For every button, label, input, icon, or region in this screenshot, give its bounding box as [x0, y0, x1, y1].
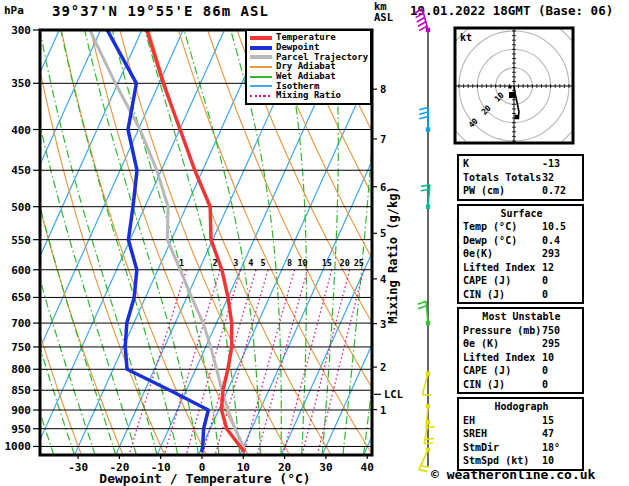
mixing-ratio-axis-title: Mixing Ratio (g/kg) [386, 186, 400, 323]
pressure-tick-label: 450 [11, 164, 31, 177]
lcl-label: LCL [384, 388, 403, 400]
pressure-tick-label: 800 [11, 363, 31, 376]
pressure-tick-label: 600 [11, 264, 31, 277]
stat-value: 10 [542, 351, 580, 365]
stats-panels: K-13Totals Totals32PW (cm)0.72SurfaceTem… [457, 154, 584, 474]
stat-value: 12 [542, 261, 580, 275]
stat-row: CIN (J)0 [463, 378, 580, 392]
stat-label: CAPE (J) [463, 274, 542, 288]
wet-adiabat-line [85, 30, 199, 455]
stat-value: 0.4 [542, 234, 580, 248]
stat-value: 0 [542, 288, 580, 302]
wind-barb [422, 371, 431, 394]
legend-label: Dry Adiabat [276, 62, 336, 71]
wind-barb [424, 420, 434, 444]
hodograph-marker [515, 115, 520, 120]
stat-value: 293 [542, 247, 580, 261]
stat-label: Dewp (°C) [463, 234, 542, 248]
stat-row: Totals Totals32 [463, 171, 580, 185]
legend-swatch-mixing-ratio [250, 95, 272, 97]
stat-value: 15 [542, 414, 580, 428]
stat-row: StmDir18° [463, 441, 580, 455]
legend-swatch-isotherm [250, 85, 272, 87]
stat-value: 10.5 [542, 220, 580, 234]
legend-label: Mixing Ratio [276, 91, 341, 100]
stat-label: StmSpd (kt) [463, 454, 542, 468]
mixing-ratio-value-label: 20 [340, 258, 350, 268]
wind-barb [419, 108, 430, 132]
stat-label: CIN (J) [463, 288, 542, 302]
stat-label: K [463, 157, 542, 171]
stat-label: Totals Totals [463, 171, 542, 185]
stat-row: Lifted Index12 [463, 261, 580, 275]
mixing-ratio-value-label: 10 [297, 258, 307, 268]
stat-row: StmSpd (kt)10 [463, 454, 580, 468]
dry-adiabat-line [618, 30, 629, 455]
stat-row: CIN (J)0 [463, 288, 580, 302]
stat-value: 32 [542, 171, 580, 185]
stat-row: K-13 [463, 157, 580, 171]
km-tick-label: 8 [380, 83, 386, 95]
pressure-tick-label: 400 [11, 124, 31, 137]
stat-value: 18° [542, 441, 580, 455]
legend-swatch-parcel-trajectory [250, 55, 272, 59]
panel-title: Most Unstable [463, 310, 580, 324]
stat-value: -13 [542, 157, 580, 171]
stat-label: PW (cm) [463, 184, 542, 198]
copyright-label: © weatheronline.co.uk [431, 467, 595, 482]
mixing-ratio-value-label: 3 [233, 258, 238, 268]
wind-barb [421, 185, 431, 209]
pressure-tick-label: 350 [11, 77, 31, 90]
stat-value: 47 [542, 427, 580, 441]
panel-title: Surface [463, 207, 580, 221]
km-tick-label: 2 [380, 361, 386, 373]
stat-value: 10 [542, 454, 580, 468]
skewt-sounding-screen: hPa 39°37'N 19°55'E 86m ASL kmASL 19.01.… [0, 0, 629, 486]
km-tick-label: 7 [380, 133, 386, 145]
mixing-ratio-value-label: 1 [179, 258, 184, 268]
km-tick-label: 1 [380, 404, 386, 416]
temp-tick-label: 40 [361, 461, 374, 474]
stat-label: StmDir [463, 441, 542, 455]
stat-row: PW (cm)0.72 [463, 184, 580, 198]
mixing-ratio-value-label: 4 [248, 258, 253, 268]
legend-label: Parcel Trajectory [276, 53, 368, 62]
pressure-tick-label: 950 [11, 423, 31, 436]
stat-value: 295 [542, 337, 580, 351]
stats-panel: K-13Totals Totals32PW (cm)0.72 [457, 154, 584, 201]
stat-label: θe(K) [463, 247, 542, 261]
legend-label: Dewpoint [276, 43, 319, 52]
pressure-tick-label: 1000 [5, 440, 32, 453]
stat-row: Temp (°C)10.5 [463, 220, 580, 234]
stat-value: 0 [542, 274, 580, 288]
stat-row: θe(K)293 [463, 247, 580, 261]
dry-adiabat-line [588, 30, 629, 455]
legend-item: Mixing Ratio [250, 91, 370, 101]
stat-label: Lifted Index [463, 261, 542, 275]
legend-box: TemperatureDewpointParcel TrajectoryDry … [245, 29, 372, 105]
stat-row: θe (K)295 [463, 337, 580, 351]
legend-label: Wet Adiabat [276, 72, 336, 81]
stat-row: CAPE (J)0 [463, 364, 580, 378]
dewpoint-curve [107, 30, 208, 451]
mixing-ratio-value-label: 8 [287, 258, 292, 268]
stat-label: Lifted Index [463, 351, 542, 365]
stat-value: 0 [542, 364, 580, 378]
mixing-ratio-value-label: 2 [212, 258, 217, 268]
wind-barb [415, 9, 431, 32]
stat-row: Pressure (mb)750 [463, 324, 580, 338]
stat-label: CAPE (J) [463, 364, 542, 378]
legend-swatch-dry-adiabat [250, 66, 272, 68]
legend-label: Temperature [276, 33, 336, 42]
stat-row: EH15 [463, 414, 580, 428]
pressure-tick-label: 700 [11, 317, 31, 330]
stat-row: Dewp (°C)0.4 [463, 234, 580, 248]
pressure-tick-label: 750 [11, 341, 31, 354]
stat-value: 0 [542, 378, 580, 392]
stats-panel-most-unstable: Most UnstablePressure (mb)750θe (K)295Li… [457, 307, 584, 394]
hodograph-marker [509, 92, 515, 98]
temp-axis-title: Dewpoint / Temperature (°C) [55, 471, 355, 486]
legend-item: Wet Adiabat [250, 72, 370, 82]
hodograph-marker [509, 86, 512, 89]
pressure-tick-label: 900 [11, 404, 31, 417]
